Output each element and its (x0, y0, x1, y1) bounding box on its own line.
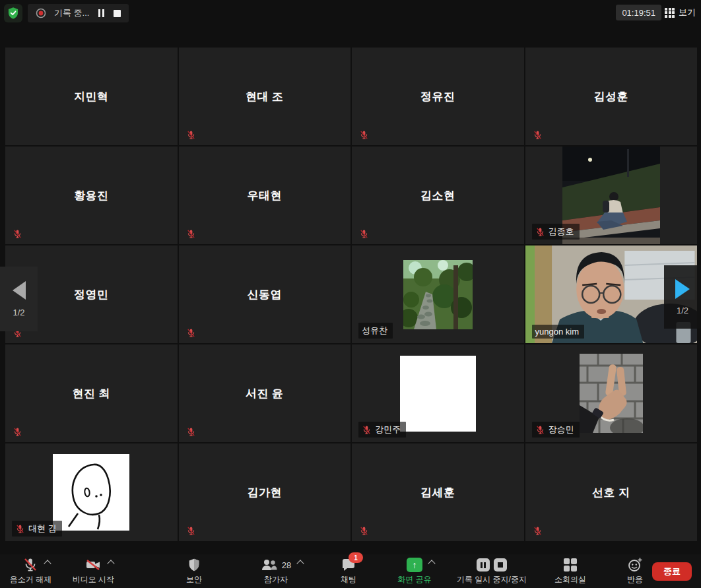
participant-name: 신동엽 (179, 245, 351, 343)
participant-tile[interactable]: 현진 최 (5, 344, 178, 442)
meeting-toolbar: 음소거 해제 비디오 시작 보안 (0, 554, 701, 588)
security-label: 보안 (186, 574, 202, 585)
zoom-meeting-window: 기록 중... 01:19:51 보기 지민혁현대 조 정유진 김성훈 황용진 … (0, 0, 701, 588)
chevron-right-icon (675, 279, 690, 299)
mic-muted-icon (22, 557, 38, 573)
participant-tile[interactable]: 김세훈 (352, 443, 524, 541)
participant-tile[interactable]: 김성훈 (525, 48, 698, 145)
muted-mic-icon (13, 427, 22, 437)
participant-tile[interactable]: 신동엽 (179, 245, 351, 343)
meeting-timer: 01:19:51 (616, 5, 661, 20)
participant-label: 강민주 (358, 422, 406, 438)
participant-name: 우태현 (179, 147, 351, 244)
gallery-view-icon (665, 8, 675, 18)
meeting-info-shield-button[interactable] (4, 4, 22, 22)
participant-label: 김종호 (532, 224, 580, 240)
participant-label: yungon kim (532, 325, 584, 339)
start-video-button[interactable]: 비디오 시작 (73, 557, 114, 585)
top-bar: 기록 중... 01:19:51 보기 (0, 0, 701, 29)
participant-name: 현대 조 (179, 48, 351, 145)
muted-mic-icon (535, 425, 545, 435)
participant-tile[interactable]: 현대 조 (179, 48, 351, 145)
participant-name: 지민혁 (5, 48, 178, 145)
participant-label: 성유찬 (358, 323, 393, 339)
muted-mic-icon (533, 526, 543, 536)
muted-mic-icon (186, 130, 196, 140)
participant-name: 김가현 (179, 443, 351, 541)
muted-mic-icon (13, 427, 22, 437)
participant-tile[interactable]: 성유찬 (352, 245, 524, 343)
stop-recording-icon[interactable] (494, 558, 507, 572)
breakout-rooms-button[interactable]: 소회의실 (553, 557, 587, 585)
page-indicator: 1/2 (677, 306, 688, 315)
muted-mic-icon (186, 427, 196, 437)
participant-name: 김소현 (352, 147, 524, 244)
participant-tile[interactable]: 김종호 (525, 147, 698, 244)
recording-stop-button[interactable] (114, 10, 121, 17)
muted-mic-icon (359, 130, 369, 140)
video-grid: 지민혁현대 조 정유진 김성훈 황용진 우태현 김소현 김종호정영민 신동엽 (5, 48, 697, 541)
participants-count: 28 (282, 560, 291, 570)
unmute-label: 음소거 해제 (10, 574, 51, 585)
participant-name: yungon kim (535, 327, 579, 337)
share-screen-icon: ↑ (407, 558, 422, 572)
participant-tile[interactable]: 선호 지 (525, 443, 698, 541)
page-next-button[interactable]: 1/2 (664, 265, 701, 329)
muted-mic-icon (13, 229, 22, 239)
security-button[interactable]: 보안 (177, 557, 211, 585)
chat-label: 채팅 (341, 574, 356, 585)
participant-tile[interactable]: 김소현 (352, 147, 524, 244)
participant-tile[interactable]: 김가현 (179, 443, 351, 541)
participant-tile[interactable]: 서진 윤 (179, 344, 351, 442)
muted-mic-icon (13, 229, 22, 239)
muted-mic-icon (533, 130, 543, 140)
participant-tile[interactable]: 강민주 (352, 344, 524, 442)
record-icon (36, 8, 46, 18)
participant-tile[interactable]: 지민혁 (5, 48, 178, 145)
participant-tile[interactable]: 정유진 (352, 48, 524, 145)
chat-unread-badge: 1 (349, 552, 363, 563)
participant-name: 김종호 (549, 226, 574, 238)
participant-tile[interactable]: 우태현 (179, 147, 351, 244)
page-indicator: 1/2 (13, 308, 24, 317)
view-button[interactable]: 보기 (665, 5, 696, 20)
muted-mic-icon (186, 130, 196, 140)
breakout-rooms-icon (564, 558, 578, 572)
participant-name: 김성훈 (525, 48, 698, 145)
participants-button[interactable]: 28 참가자 (259, 557, 293, 585)
recording-indicator: 기록 중... (28, 4, 129, 22)
participant-name: 현진 최 (5, 344, 178, 442)
participant-tile[interactable]: 대현 김 (5, 443, 178, 541)
video-options-chevron[interactable] (108, 560, 115, 567)
end-meeting-button[interactable]: 종료 (652, 562, 692, 581)
participants-label: 참가자 (264, 574, 288, 585)
share-options-chevron[interactable] (428, 560, 435, 567)
recording-pause-button[interactable] (97, 8, 106, 18)
recording-controls-label: 기록 일시 중지/중지 (457, 574, 527, 585)
camera-muted-icon (84, 557, 102, 573)
recording-status-label: 기록 중... (54, 7, 89, 19)
page-prev-button[interactable]: 1/2 (0, 267, 38, 331)
breakout-rooms-label: 소회의실 (554, 574, 586, 585)
participant-tile[interactable]: 장승민 (525, 344, 698, 442)
reactions-button[interactable]: 반응 (618, 557, 652, 585)
muted-mic-icon (186, 328, 196, 338)
participant-name: 장승민 (549, 424, 574, 436)
muted-mic-icon (186, 229, 196, 239)
start-video-label: 비디오 시작 (73, 574, 114, 585)
participant-name: 성유찬 (362, 325, 387, 337)
recording-controls[interactable]: 기록 일시 중지/중지 (458, 557, 525, 585)
participant-name: 서진 윤 (179, 344, 351, 442)
chat-button[interactable]: 1 채팅 (331, 557, 366, 585)
participant-name: 김세훈 (352, 443, 524, 541)
share-screen-button[interactable]: ↑ 화면 공유 (397, 557, 432, 585)
participants-chevron[interactable] (296, 560, 304, 567)
audio-options-chevron[interactable] (44, 560, 51, 567)
chevron-left-icon (13, 281, 26, 300)
pause-recording-icon[interactable] (477, 558, 490, 572)
muted-mic-icon (359, 229, 369, 239)
muted-mic-icon (533, 526, 543, 536)
muted-mic-icon (186, 526, 196, 536)
participant-tile[interactable]: 황용진 (5, 147, 178, 244)
unmute-button[interactable]: 음소거 해제 (11, 557, 51, 585)
